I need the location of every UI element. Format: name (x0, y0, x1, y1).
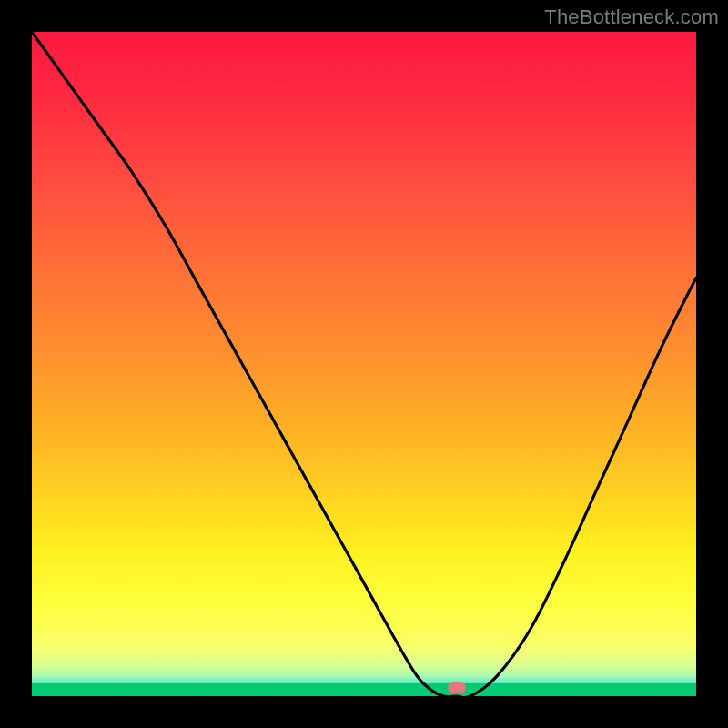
watermark-text: TheBottleneck.com (544, 5, 719, 29)
optimal-point-marker (448, 682, 466, 693)
bottleneck-curve (32, 32, 696, 696)
plot-area (32, 32, 696, 696)
chart-frame: TheBottleneck.com (0, 0, 728, 728)
